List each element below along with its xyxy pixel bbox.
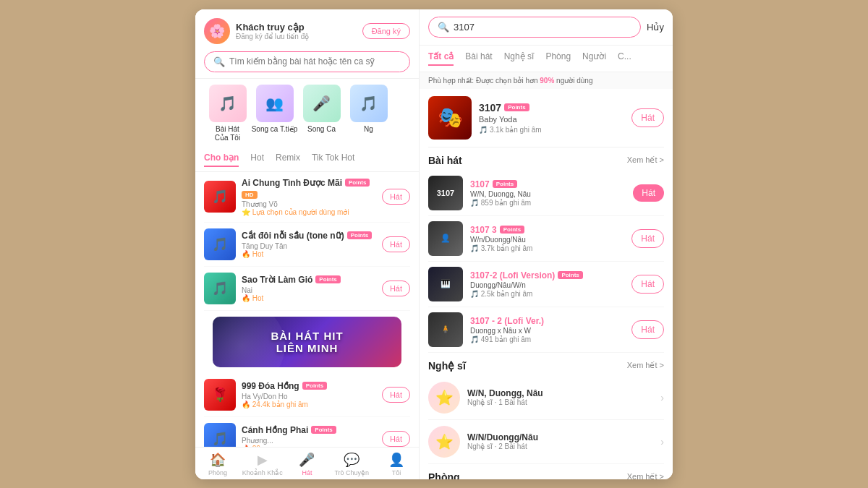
hat-button-4[interactable]: Hát xyxy=(382,387,410,403)
nav-item-hat[interactable]: 🎤 Hát xyxy=(285,452,330,476)
nav-label-toi: Tôi xyxy=(392,469,401,476)
result-hat-button-2[interactable]: Hát xyxy=(631,229,664,248)
tab-hot[interactable]: Hot xyxy=(250,153,264,167)
cat-ng[interactable]: 🎵 Ng xyxy=(345,85,392,142)
filter-tab-other[interactable]: C... xyxy=(618,51,631,66)
cat-thumb-ng: 🎵 xyxy=(350,85,388,122)
cancel-button[interactable]: Hủy xyxy=(647,22,664,33)
rooms-see-all[interactable]: Xem hết > xyxy=(627,472,664,479)
user-info-area: 🌸 Khách truy cập Đăng ký để lưu tiến độ xyxy=(204,18,309,44)
tab-remix[interactable]: Remix xyxy=(276,153,300,167)
result-meta-2: 🎵 3.7k bản ghi âm xyxy=(470,244,624,252)
result-song-3: 🎹 3107-2 (Lofi Version) Points Duongg/Nâ… xyxy=(428,262,664,307)
search-input[interactable] xyxy=(229,56,401,67)
result-badge-2: Points xyxy=(500,226,524,234)
right-search-input[interactable] xyxy=(454,22,631,33)
artist-thumb-1: ⭐ xyxy=(428,382,460,414)
app-container: 🌸 Khách truy cập Đăng ký để lưu tiến độ … xyxy=(195,9,673,479)
result-info-1: 3107 Points W/N, Duongg, Nâu 🎵 859 bản g… xyxy=(470,179,626,207)
hat-button-2[interactable]: Hát xyxy=(382,236,410,252)
song-item-5: 🎵 Cánh Hồng Phai Points Phương... 🔥 26..… xyxy=(204,417,410,447)
cat-label-song-ca-tiep: Song ca T.tiếp xyxy=(252,125,298,134)
artist-star-icon-1: ⭐ xyxy=(435,389,454,406)
content-tabs: Cho bạn Hot Remix Tik Tok Hot xyxy=(195,148,419,172)
filter-tab-phong[interactable]: Phòng xyxy=(545,51,571,66)
cat-thumb-bai-hat: 🎵 xyxy=(209,85,247,122)
artists-see-all[interactable]: Xem hết > xyxy=(627,361,664,370)
artists-section-title: Nghệ sĩ xyxy=(428,360,466,372)
result-song-1: 3107 3107 Points W/N, Duongg, Nâu 🎵 859 … xyxy=(428,171,664,216)
song-meta-3: 🔥 Hot xyxy=(242,294,376,302)
cat-song-ca[interactable]: 🎤 Song Ca xyxy=(298,85,345,142)
nav-item-toi[interactable]: 👤 Tôi xyxy=(374,452,419,476)
username: Khách truy cập xyxy=(236,22,309,33)
hat-button-3[interactable]: Hát xyxy=(382,281,410,296)
tab-tik-tok-hot[interactable]: Tik Tok Hot xyxy=(312,153,354,167)
featured-info: 3107 Points Baby Yoda 🎵 3.1k bản ghi âm xyxy=(479,102,624,134)
tab-cho-ban[interactable]: Cho bạn xyxy=(204,153,239,167)
result-artist-3: Duongg/Nâu/W/n xyxy=(470,281,624,289)
filter-tab-nguoi[interactable]: Người xyxy=(582,51,606,66)
result-thumb-2: 👤 xyxy=(428,221,463,256)
nav-icon-khoanhkhac: ▶ xyxy=(258,452,268,468)
song-item-2: 🎵 Cắt đôi nỗi sầu (tone nữ) Points Tăng … xyxy=(204,223,410,267)
filter-tab-nghe-si[interactable]: Nghệ sĩ xyxy=(504,51,535,66)
result-name-2: 3107 3 Points xyxy=(470,225,624,235)
nav-item-phong[interactable]: 🏠 Phòng xyxy=(195,452,240,476)
right-search-bar[interactable]: 🔍 xyxy=(428,17,641,38)
result-hat-button-1[interactable]: Hát xyxy=(633,184,664,202)
song-item-3: 🎵 Sao Trời Làm Gió Points Nai 🔥 Hot Hát xyxy=(204,267,410,311)
result-meta-1: 🎵 859 bản ghi âm xyxy=(470,199,626,207)
result-badge-3: Points xyxy=(558,271,582,279)
result-name-4: 3107 - 2 (Lofi Ver.) xyxy=(470,316,624,326)
result-thumb-4: 🧍 xyxy=(428,312,463,347)
category-tabs: 🎵 Bài HátCủa Tôi 👥 Song ca T.tiếp 🎤 Song… xyxy=(195,79,419,148)
hat-button-5[interactable]: Hát xyxy=(382,431,410,447)
song-list: 🎵 Ai Chung Tình Được Mãi Points HD Thươn… xyxy=(195,172,419,447)
song-artist-2: Tăng Duy Tân xyxy=(242,242,376,250)
register-button[interactable]: Đăng ký xyxy=(362,23,410,39)
filter-tab-bai-hat[interactable]: Bài hát xyxy=(465,51,492,66)
song-artist-3: Nai xyxy=(242,286,376,294)
rooms-section-title: Phòng xyxy=(428,471,460,479)
featured-thumb-icon: 🎭 xyxy=(438,106,463,129)
song-info-3: Sao Trời Làm Gió Points Nai 🔥 Hot xyxy=(242,275,376,302)
song-item-4: 🌹 999 Đóa Hồng Points Ha Vy/Don Ho 🔥 24.… xyxy=(204,373,410,417)
artist-star-icon-2: ⭐ xyxy=(435,433,454,450)
result-hat-button-3[interactable]: Hát xyxy=(631,275,664,294)
badge-hd-1: HD xyxy=(242,191,258,199)
cat-song-ca-tiep[interactable]: 👥 Song ca T.tiếp xyxy=(251,85,298,142)
cat-bai-hat[interactable]: 🎵 Bài HátCủa Tôi xyxy=(204,85,251,142)
cat-label-bai-hat: Bài HátCủa Tôi xyxy=(215,125,240,142)
featured-subtitle: Baby Yoda xyxy=(479,115,624,124)
nav-item-khoanhkhac[interactable]: ▶ Khoảnh Khắc xyxy=(240,452,285,476)
header: 🌸 Khách truy cập Đăng ký để lưu tiến độ … xyxy=(195,9,419,79)
featured-hat-button[interactable]: Hát xyxy=(631,108,664,127)
badge-points-4: Points xyxy=(302,382,327,390)
right-header: 🔍 Hủy xyxy=(420,9,673,46)
result-artist-1: W/N, Duongg, Nâu xyxy=(470,190,626,198)
songs-see-all[interactable]: Xem hết > xyxy=(627,155,664,165)
match-percent: 90% xyxy=(540,77,554,85)
song-thumb-4: 🌹 xyxy=(204,379,236,411)
right-panel: 🔍 Hủy Tất cả Bài hát Nghệ sĩ Phòng Người… xyxy=(420,9,673,479)
badge-points-1: Points xyxy=(345,179,370,187)
artist-item-1[interactable]: ⭐ W/N, Duongg, Nâu Nghệ sĩ · 1 Bài hát › xyxy=(428,376,664,420)
artist-subtitle-2: Nghệ sĩ · 2 Bài hát xyxy=(467,442,653,450)
artist-item-2[interactable]: ⭐ W/N/Duongg/Nâu Nghệ sĩ · 2 Bài hát › xyxy=(428,420,664,464)
cat-label-song-ca: Song Ca xyxy=(307,125,336,134)
right-search-icon: 🔍 xyxy=(438,22,449,33)
result-hat-button-4[interactable]: Hát xyxy=(631,320,664,339)
user-subtitle: Đăng ký để lưu tiến độ xyxy=(236,33,309,40)
bottom-nav: 🏠 Phòng ▶ Khoảnh Khắc 🎤 Hát 💬 Trò Chuyện… xyxy=(195,447,419,479)
nav-item-trochuyen[interactable]: 💬 Trò Chuyện xyxy=(329,452,374,476)
song-artist-1: Thương Võ xyxy=(242,200,376,208)
featured-meta: 🎵 3.1k bản ghi âm xyxy=(479,126,624,134)
filter-tabs: Tất cả Bài hát Nghệ sĩ Phòng Người C... xyxy=(420,46,673,72)
search-bar[interactable]: 🔍 xyxy=(204,51,410,72)
song-name-3: Sao Trời Làm Gió Points xyxy=(242,275,376,285)
hat-button-1[interactable]: Hát xyxy=(382,189,410,205)
song-artist-4: Ha Vy/Don Ho xyxy=(242,393,376,401)
filter-tab-tat-ca[interactable]: Tất cả xyxy=(428,51,454,66)
left-panel: 🌸 Khách truy cập Đăng ký để lưu tiến độ … xyxy=(195,9,420,479)
